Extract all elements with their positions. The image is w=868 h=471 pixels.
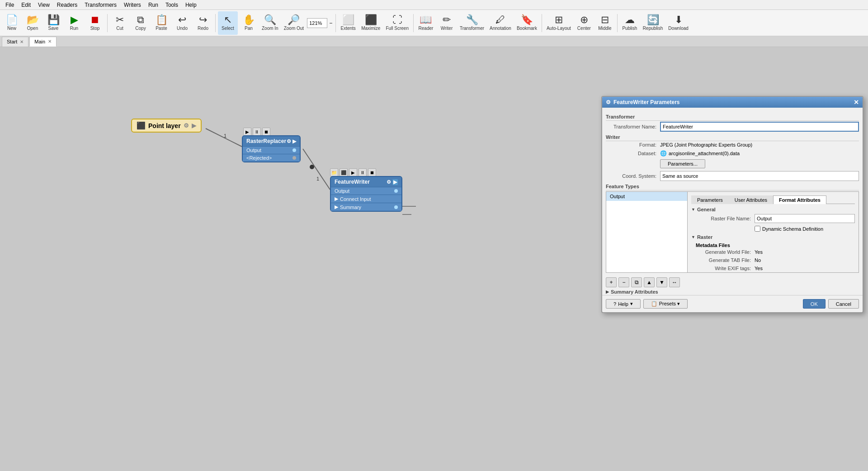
republish-button[interactable]: 🔄 Republish: [641, 11, 665, 35]
ft-remove-button[interactable]: −: [618, 277, 629, 287]
dynamic-schema-checkbox[interactable]: [755, 226, 760, 232]
write-exif-value: Yes: [755, 266, 855, 271]
menu-file[interactable]: File: [2, 1, 18, 9]
menu-help[interactable]: Help: [182, 1, 200, 9]
ft-list-item-output[interactable]: Output: [606, 192, 687, 201]
redo-button[interactable]: ↪ Redo: [193, 11, 213, 35]
fw-expand-icon[interactable]: ▶: [392, 179, 398, 185]
fw-summary-port[interactable]: ▶ Summary: [331, 203, 401, 211]
canvas-area[interactable]: 1 1 ▶ ⏸ ⏹ ⬛ Point layer ⚙ ▶: [0, 47, 868, 471]
ft-down-button[interactable]: ▼: [656, 277, 667, 287]
save-button[interactable]: 💾 Save: [43, 11, 63, 35]
menu-writers[interactable]: Writers: [120, 1, 145, 9]
copy-button[interactable]: ⧉ Copy: [131, 11, 151, 35]
select-button[interactable]: ↖ Select: [218, 11, 238, 35]
new-button[interactable]: 📄 New: [2, 11, 22, 35]
fullscreen-button[interactable]: ⛶ Full Screen: [383, 11, 411, 35]
copy-icon: ⧉: [137, 15, 144, 25]
undo-button[interactable]: ↩ Undo: [172, 11, 192, 35]
stop-button[interactable]: ⏹ Stop: [85, 11, 105, 35]
menu-transformers[interactable]: Transformers: [81, 1, 120, 9]
extents-button[interactable]: ⬜ Extents: [338, 11, 358, 35]
redo-icon: ↪: [199, 15, 207, 25]
transformer-name-input[interactable]: [660, 122, 859, 132]
raster-expand-icon[interactable]: ▶: [292, 138, 296, 144]
coord-system-input[interactable]: [660, 171, 859, 181]
bookmark-button[interactable]: 🔖 Bookmark: [514, 11, 539, 35]
fw-output-port[interactable]: Output: [331, 187, 401, 195]
run-icon: ▶: [71, 15, 78, 25]
writer-button[interactable]: ✏ Writer: [437, 11, 457, 35]
fw-mini-btn-3[interactable]: ▶: [349, 168, 357, 176]
generate-tab-label: Generate TAB File:: [691, 257, 755, 263]
dataset-label: Dataset:: [606, 151, 660, 156]
menu-tools[interactable]: Tools: [162, 1, 182, 9]
raster-settings-icon[interactable]: ⚙: [287, 138, 291, 144]
mini-btn-2[interactable]: ⏸: [253, 128, 261, 136]
summary-collapsible[interactable]: Summary Attributes: [606, 289, 859, 295]
run-button[interactable]: ▶ Run: [64, 11, 84, 35]
mini-btn-1[interactable]: ▶: [243, 128, 251, 136]
fw-mini-btn-2[interactable]: ⬛: [340, 168, 348, 176]
dialog-footer: ? Help ▾ 📋 Presets ▾ OK Cancel: [602, 295, 863, 312]
middle-button[interactable]: ⊟ Middle: [595, 11, 615, 35]
menu-readers[interactable]: Readers: [53, 1, 81, 9]
menu-run[interactable]: Run: [145, 1, 162, 9]
mini-btn-3[interactable]: ⏹: [262, 128, 270, 136]
point-layer-nav-icon[interactable]: ▶: [192, 122, 196, 129]
reader-button[interactable]: 📖 Reader: [416, 11, 436, 35]
zoom-in-button[interactable]: 🔍 Zoom In: [259, 11, 281, 35]
feature-writer-node[interactable]: FeatureWriter ⚙ ▶ Output ▶ Connect Input…: [330, 176, 402, 212]
menu-view[interactable]: View: [34, 1, 53, 9]
raster-rejected-port[interactable]: <Rejected>: [243, 154, 300, 162]
ft-move-button[interactable]: ↔: [669, 277, 680, 287]
raster-collapsible[interactable]: Raster: [691, 234, 855, 240]
help-button[interactable]: ? Help ▾: [606, 299, 641, 309]
undo-icon: ↩: [178, 15, 186, 25]
ft-dup-button[interactable]: ⧉: [631, 277, 642, 287]
fw-connect-port[interactable]: ▶ Connect Input: [331, 195, 401, 203]
zoom-input[interactable]: [307, 18, 327, 28]
tab-format-attributes[interactable]: Format Attributes: [773, 195, 826, 204]
tab-start-close[interactable]: ✕: [20, 39, 24, 44]
raster-file-name-input[interactable]: [755, 214, 855, 223]
tab-parameters[interactable]: Parameters: [691, 195, 729, 204]
auto-layout-button[interactable]: ⊞ Auto-Layout: [544, 11, 573, 35]
dialog-close-button[interactable]: ✕: [854, 99, 859, 106]
tab-user-attributes[interactable]: User Attributes: [729, 195, 773, 204]
paste-button[interactable]: 📋 Paste: [151, 11, 171, 35]
tab-main-close[interactable]: ✕: [48, 39, 52, 44]
tab-start[interactable]: Start ✕: [2, 37, 28, 47]
raster-output-port[interactable]: Output: [243, 146, 300, 154]
open-button[interactable]: 📂 Open: [23, 11, 42, 35]
fw-mini-btn-5[interactable]: ⏹: [368, 168, 376, 176]
transformer-button[interactable]: 🔧 Transformer: [458, 11, 486, 35]
annotation-button[interactable]: 🖊 Annotation: [487, 11, 514, 35]
point-layer-node[interactable]: ⬛ Point layer ⚙ ▶: [131, 119, 202, 133]
download-button[interactable]: ⬇ Download: [666, 11, 690, 35]
maximize-button[interactable]: ⬛ Maximize: [359, 11, 382, 35]
raster-replacer-node[interactable]: RasterReplacer ⚙ ▶ Output <Rejected>: [242, 135, 301, 162]
pan-button[interactable]: ✋ Pan: [239, 11, 259, 35]
center-button[interactable]: ⊕ Center: [574, 11, 594, 35]
fw-mini-btn-4[interactable]: ⏸: [359, 168, 367, 176]
tab-main[interactable]: Main ✕: [29, 37, 57, 47]
ft-add-button[interactable]: +: [606, 277, 617, 287]
ft-up-button[interactable]: ▲: [644, 277, 655, 287]
zoom-out-button[interactable]: 🔎 Zoom Out: [282, 11, 306, 35]
generate-world-row: Generate World File: Yes: [691, 249, 855, 255]
zoom-decrease-icon[interactable]: −: [328, 19, 333, 27]
point-layer-settings-icon[interactable]: ⚙: [184, 122, 189, 129]
cut-button[interactable]: ✂ Cut: [110, 11, 130, 35]
cancel-button[interactable]: Cancel: [828, 299, 859, 309]
toolbar-separator-5: [542, 14, 542, 32]
publish-button[interactable]: ☁ Publish: [620, 11, 640, 35]
general-collapsible[interactable]: General: [691, 207, 855, 212]
ok-button[interactable]: OK: [803, 299, 826, 309]
fw-mini-btn-1[interactable]: 📁: [330, 168, 338, 176]
dataset-value: arcgisonline_attachment(0).data: [669, 151, 859, 156]
parameters-button[interactable]: Parameters...: [660, 159, 705, 168]
presets-button[interactable]: 📋 Presets ▾: [643, 299, 688, 309]
menu-edit[interactable]: Edit: [18, 1, 34, 9]
fw-settings-icon[interactable]: ⚙: [387, 179, 391, 185]
